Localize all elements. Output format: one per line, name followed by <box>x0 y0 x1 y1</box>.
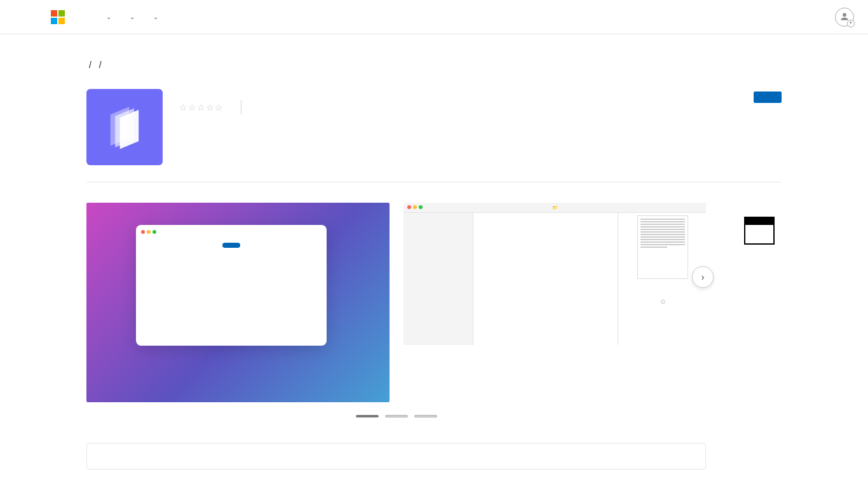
nav-all-microsoft[interactable]: ⌄ <box>150 13 158 20</box>
finder-window: 📁 ⊙ <box>403 203 706 345</box>
chevron-down-icon: ⌄ <box>153 13 158 20</box>
document-preview-icon <box>637 215 688 279</box>
screenshot-2[interactable]: 📁 ⊙ <box>403 203 706 345</box>
nav-games[interactable]: ⌄ <box>126 13 135 20</box>
breadcrumb: / / <box>86 60 782 70</box>
app-info: ☆ ☆ ☆ ☆ ☆ <box>179 89 250 165</box>
add-badge-icon: + <box>847 20 855 27</box>
iarc-badge-icon <box>744 217 775 245</box>
carousel-indicators <box>86 415 706 417</box>
get-in-store-button[interactable] <box>754 92 782 103</box>
description-section <box>86 443 706 470</box>
screenshot-1[interactable] <box>86 203 390 402</box>
app-hero: ☆ ☆ ☆ ☆ ☆ <box>86 89 782 165</box>
carousel-next-button[interactable]: › <box>692 266 714 288</box>
breadcrumb-sep: / <box>89 60 92 70</box>
finder-titlebar: 📁 <box>403 203 706 213</box>
star-icon: ☆ <box>188 102 196 113</box>
carousel-dot[interactable] <box>385 415 408 417</box>
carousel-dot[interactable] <box>356 415 379 417</box>
finder-sidebar <box>403 203 473 345</box>
window-controls-icon <box>141 230 156 234</box>
chevron-right-icon: › <box>702 272 705 282</box>
signin-button <box>222 243 240 248</box>
more-link: ⊙ <box>623 298 702 305</box>
site-header: ⌄ ⌄ ⌄ + <box>0 0 868 34</box>
carousel-dot[interactable] <box>414 415 437 417</box>
main-nav: ⌄ ⌄ ⌄ <box>88 13 824 20</box>
nav-software[interactable]: ⌄ <box>103 13 111 20</box>
header-actions: + <box>824 8 854 27</box>
app-icon <box>86 89 163 165</box>
description-body <box>86 443 706 470</box>
cta-region <box>754 89 782 108</box>
star-icon: ☆ <box>197 102 205 113</box>
window-controls-icon <box>407 205 423 209</box>
content-row: 📁 ⊙ <box>86 203 782 470</box>
app-meta: ☆ ☆ ☆ ☆ ☆ <box>179 100 250 114</box>
chevron-down-icon: ⌄ <box>130 13 135 20</box>
star-icon: ☆ <box>215 102 223 113</box>
finder-title: 📁 <box>552 205 558 210</box>
screenshot-window <box>136 225 327 346</box>
details-panel <box>744 203 782 470</box>
breadcrumb-sep: / <box>99 60 102 70</box>
divider <box>241 100 241 114</box>
microsoft-logo[interactable] <box>51 10 70 24</box>
rating-stars[interactable]: ☆ ☆ ☆ ☆ ☆ <box>179 102 223 113</box>
carousel-track: 📁 ⊙ <box>86 203 706 402</box>
finder-filelist <box>473 203 618 345</box>
chevron-down-icon: ⌄ <box>106 13 111 20</box>
microsoft-logo-icon <box>51 10 65 24</box>
age-rating <box>744 217 782 245</box>
star-icon: ☆ <box>179 102 187 113</box>
app-icon-graphic <box>101 104 148 151</box>
star-icon: ☆ <box>206 102 214 113</box>
account-button[interactable]: + <box>835 8 854 27</box>
screenshots-carousel: 📁 ⊙ <box>86 203 706 470</box>
section-divider <box>86 182 782 182</box>
